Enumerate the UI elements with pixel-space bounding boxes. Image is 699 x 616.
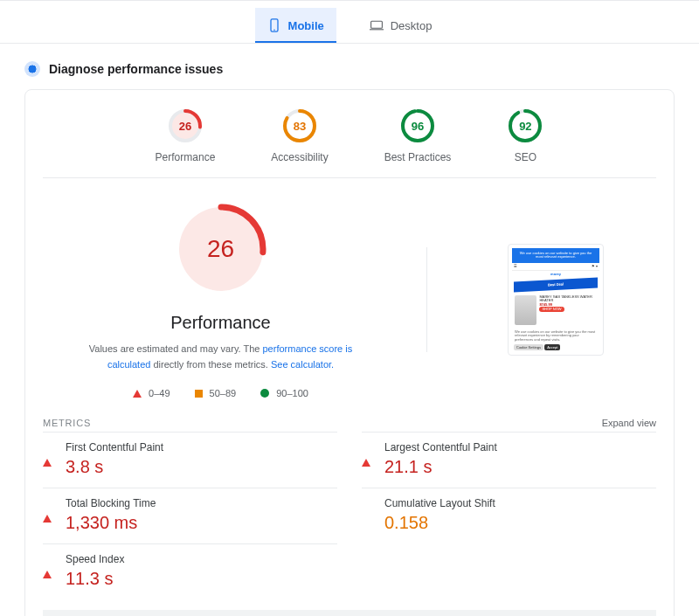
metric-si[interactable]: Speed Index 11.3 s [43, 543, 337, 599]
metrics-label: METRICS [43, 418, 91, 428]
vertical-divider [426, 247, 427, 352]
gauge-row: 26 Performance 83 Accessibility 96 Best … [43, 104, 656, 178]
metric-name: Speed Index [66, 553, 124, 565]
gauge-seo[interactable]: 92 SEO [507, 107, 543, 163]
metric-cls[interactable]: Cumulative Layout Shift 0.158 [362, 488, 656, 543]
gauge-label-performance: Performance [156, 151, 216, 163]
gauge-score-best-practices: 96 [399, 107, 436, 144]
desc-text-2: directly from these metrics. [150, 359, 271, 370]
performance-description: Values are estimated and may vary. The p… [73, 342, 370, 372]
expand-view-toggle[interactable]: Expand view [602, 418, 656, 428]
gauge-label-best-practices: Best Practices [384, 151, 452, 163]
gauge-performance[interactable]: 26 Performance [156, 107, 216, 163]
metric-name: Largest Contentful Paint [384, 441, 497, 453]
gauge-ring-performance: 26 [167, 107, 204, 144]
svg-rect-2 [370, 21, 382, 28]
metric-lcp[interactable]: Largest Contentful Paint 21.1 s [362, 432, 656, 488]
triangle-red-icon [43, 500, 52, 523]
tab-mobile-label: Mobile [288, 19, 324, 32]
metrics-header: METRICS Expand view [43, 418, 656, 428]
triangle-red-icon [362, 444, 370, 467]
big-gauge-score: 26 [173, 201, 269, 297]
circle-green-icon [260, 389, 269, 398]
report-footer: Captured at Sep 24, 2024, 12:52 PM GMT+2… [43, 610, 656, 616]
metric-name: First Contentful Paint [66, 441, 163, 453]
metric-name: Total Blocking Time [66, 497, 156, 509]
gauge-score-seo: 92 [507, 107, 543, 144]
tab-mobile[interactable]: Mobile [255, 8, 336, 43]
metric-value: 3.8 s [66, 457, 163, 477]
metric-name: Cumulative Layout Shift [384, 497, 495, 509]
gauge-ring-seo: 92 [507, 107, 543, 144]
big-gauge: 26 [173, 201, 269, 297]
gauge-score-performance: 26 [167, 107, 204, 144]
triangle-red-icon [133, 390, 142, 398]
legend-mid: 50–89 [195, 388, 237, 398]
score-legend: 0–49 50–89 90–100 [133, 388, 308, 398]
triangle-red-icon [43, 444, 52, 467]
gauge-ring-accessibility: 83 [281, 107, 318, 144]
device-tabs: Mobile Desktop [0, 0, 699, 44]
legend-low: 0–49 [133, 388, 170, 398]
performance-detail: 26 Performance Values are estimated and … [43, 178, 656, 398]
metrics-grid: First Contentful Paint 3.8 s Largest Con… [43, 432, 656, 599]
gauge-accessibility[interactable]: 83 Accessibility [271, 107, 328, 163]
metric-value: 1,330 ms [66, 513, 156, 533]
metric-tbt[interactable]: Total Blocking Time 1,330 ms [43, 488, 337, 543]
triangle-red-icon [43, 556, 52, 578]
report-card: 26 Performance 83 Accessibility 96 Best … [24, 89, 675, 616]
svg-point-1 [273, 29, 275, 31]
metric-value: 11.3 s [66, 569, 124, 589]
desc-text-1: Values are estimated and may vary. The [89, 343, 263, 354]
page-screenshot-thumbnail[interactable]: We use cookies on our website to give yo… [508, 244, 604, 356]
desktop-icon [370, 18, 384, 32]
legend-high: 90–100 [260, 388, 308, 398]
section-bullet-icon [24, 61, 40, 77]
section-title: Diagnose performance issues [24, 61, 675, 77]
metric-fcp[interactable]: First Contentful Paint 3.8 s [43, 432, 337, 488]
metric-value: 0.158 [384, 513, 495, 533]
calculator-link[interactable]: See calculator. [271, 359, 334, 370]
mobile-icon [267, 18, 281, 32]
tab-desktop-label: Desktop [391, 19, 433, 32]
tab-desktop[interactable]: Desktop [357, 8, 445, 43]
gauge-label-seo: SEO [515, 151, 536, 163]
gauge-score-accessibility: 83 [281, 107, 318, 144]
gauge-best-practices[interactable]: 96 Best Practices [384, 107, 452, 163]
section-title-text: Diagnose performance issues [49, 62, 223, 76]
gauge-ring-best-practices: 96 [399, 107, 436, 144]
metric-value: 21.1 s [384, 457, 497, 477]
performance-title: Performance [170, 313, 271, 333]
square-orange-icon [195, 390, 203, 398]
gauge-label-accessibility: Accessibility [271, 151, 328, 163]
